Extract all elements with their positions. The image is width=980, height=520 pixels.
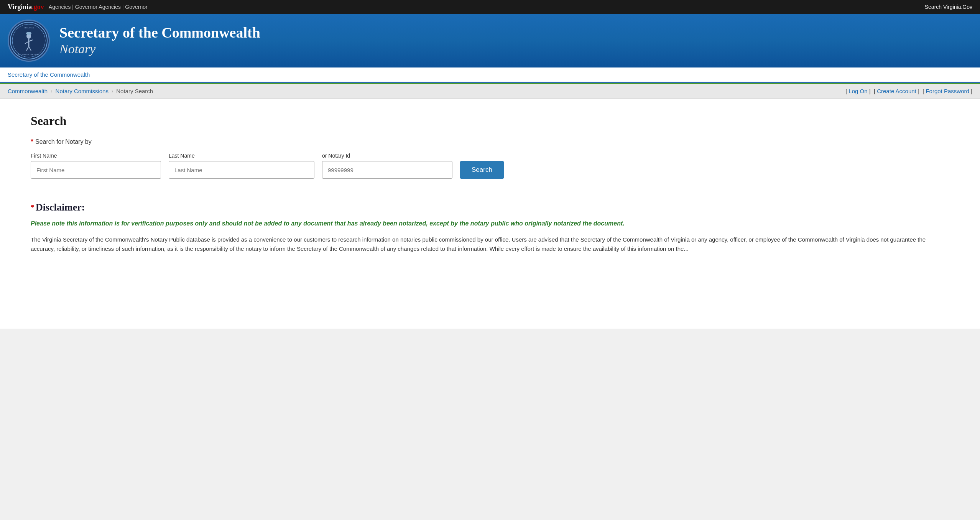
subheader: Secretary of the Commonwealth <box>0 67 980 83</box>
search-form: First Name Last Name or Notary Id Search <box>31 153 949 179</box>
notary-id-input[interactable] <box>322 161 452 179</box>
required-star: * <box>31 138 33 146</box>
top-bar-nav-links: Agencies | Governor Agencies | Governor <box>49 4 148 10</box>
breadcrumb-separator-2: › <box>112 88 113 94</box>
svg-text:SIC SEMPER TYRANNIS: SIC SEMPER TYRANNIS <box>18 54 39 56</box>
virginia-gov-logo: Virginia.gov <box>8 3 44 11</box>
search-button[interactable]: Search <box>460 161 504 179</box>
search-by-text: Search for Notary by <box>35 138 92 145</box>
dot-gov: .gov <box>32 3 44 11</box>
search-by-label: * Search for Notary by <box>31 138 949 146</box>
first-name-input[interactable] <box>31 161 161 179</box>
disclaimer-title: * Disclaimer: <box>31 202 949 213</box>
create-account-link[interactable]: Create Account <box>877 88 916 94</box>
subheader-link[interactable]: Secretary of the Commonwealth <box>8 71 90 78</box>
last-name-group: Last Name <box>169 153 314 179</box>
nav-links: [ Log On ] [ Create Account ] [ Forgot P… <box>845 88 972 94</box>
disclaimer-star: * <box>31 204 34 212</box>
top-bar-left: Virginia.gov Agencies | Governor Agencie… <box>8 3 148 11</box>
top-bar: Virginia.gov Agencies | Governor Agencie… <box>0 0 980 14</box>
breadcrumb-commonwealth[interactable]: Commonwealth <box>8 88 48 94</box>
first-name-label: First Name <box>31 153 161 159</box>
notary-id-label: or Notary Id <box>322 153 452 159</box>
disclaimer-section: * Disclaimer: Please note this informati… <box>31 202 949 253</box>
notary-id-group: or Notary Id <box>322 153 452 179</box>
breadcrumb-notary-commissions[interactable]: Notary Commissions <box>56 88 109 94</box>
disclaimer-bold-text: Please note this information is for veri… <box>31 219 949 228</box>
first-name-group: First Name <box>31 153 161 179</box>
breadcrumb-separator-1: › <box>51 88 52 94</box>
main-content: Search * Search for Notary by First Name… <box>0 99 980 329</box>
forgot-password-link[interactable]: Forgot Password <box>926 88 969 94</box>
svg-text:VIRGINIA: VIRGINIA <box>23 26 34 29</box>
seal-svg: VIRGINIA SIC SEMPER TYRANNIS <box>10 21 48 60</box>
last-name-label: Last Name <box>169 153 314 159</box>
breadcrumb: Commonwealth › Notary Commissions › Nota… <box>8 88 153 94</box>
virginia-seal: VIRGINIA SIC SEMPER TYRANNIS <box>8 20 50 62</box>
agencies-link[interactable]: Agencies | Governor <box>49 4 97 10</box>
header-banner: VIRGINIA SIC SEMPER TYRANNIS Secretary o… <box>0 14 980 67</box>
header-subtitle: Notary <box>59 41 260 57</box>
search-virginia-gov-label: Search Virginia.Gov <box>925 4 972 10</box>
breadcrumb-bar: Commonwealth › Notary Commissions › Nota… <box>0 84 980 99</box>
page-title: Search <box>31 114 949 128</box>
breadcrumb-notary-search: Notary Search <box>116 88 153 94</box>
svg-point-10 <box>26 32 31 35</box>
header-text: Secretary of the Commonwealth Notary <box>59 24 260 57</box>
log-on-link[interactable]: Log On <box>848 88 867 94</box>
last-name-input[interactable] <box>169 161 314 179</box>
top-bar-nav-text: Agencies | Governor <box>99 4 147 10</box>
disclaimer-title-text: Disclaimer: <box>36 202 85 213</box>
header-title: Secretary of the Commonwealth <box>59 24 260 42</box>
disclaimer-body-text: The Virginia Secretary of the Commonweal… <box>31 235 949 253</box>
